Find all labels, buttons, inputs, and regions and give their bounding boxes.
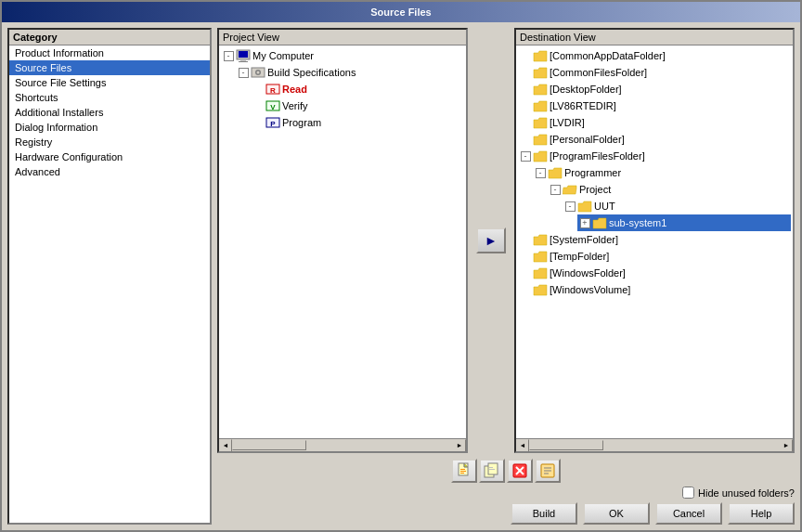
dest-tree-uut[interactable]: UUT <box>563 198 791 214</box>
hide-unused-checkbox[interactable] <box>682 487 694 499</box>
folder-open-icon-project <box>563 184 577 196</box>
sidebar-item-hardware-configuration[interactable]: Hardware Configuration <box>9 149 210 164</box>
tree-label-my-computer: My Computer <box>252 50 314 61</box>
dest-tree-lv86rtedir[interactable]: [LV86RTEDIR] <box>518 97 791 114</box>
dest-label-temp: [TempFolder] <box>550 251 609 262</box>
expand-build-specs[interactable] <box>236 65 251 80</box>
main-content: Project View My Computer <box>217 28 795 525</box>
svg-text:R: R <box>270 86 276 95</box>
dest-hscroll-right-btn[interactable]: ► <box>780 439 793 452</box>
build-button[interactable]: Build <box>511 502 577 525</box>
arrow-panel: ► <box>468 28 514 453</box>
destination-view-header: Destination View <box>516 30 793 45</box>
dest-label-lv86rtedir: [LV86RTEDIR] <box>550 100 616 111</box>
dest-tree-common-files[interactable]: [CommonFilesFolder] <box>518 64 791 81</box>
sidebar-item-dialog-information[interactable]: Dialog Information <box>9 120 210 135</box>
edit-button[interactable] <box>535 459 561 483</box>
dest-tree-desktop[interactable]: [DesktopFolder] <box>518 81 791 97</box>
panels-row: Project View My Computer <box>217 28 795 453</box>
sidebar-item-product-info[interactable]: Product Information <box>9 45 210 60</box>
folder-icon-programmer <box>548 167 563 179</box>
dest-label-programmer: Programmer <box>564 167 621 178</box>
svg-text:V: V <box>270 103 276 111</box>
bottom-controls: Hide unused folders? Build OK Cancel Hel… <box>217 459 795 525</box>
dest-hscroll-thumb[interactable] <box>529 440 603 450</box>
dest-label-windowsvol: [WindowsVolume] <box>550 284 630 295</box>
new-file-button[interactable] <box>451 459 477 483</box>
expand-common-files <box>518 65 533 80</box>
expand-programmer[interactable] <box>533 165 548 180</box>
tree-label-program: Program <box>282 117 321 128</box>
expand-system <box>518 232 533 247</box>
expand-program <box>251 115 265 130</box>
tree-item-my-computer[interactable]: My Computer <box>221 47 464 64</box>
ok-button[interactable]: OK <box>583 502 650 525</box>
expand-desktop <box>518 82 533 97</box>
expand-my-computer[interactable] <box>221 48 236 63</box>
sidebar-item-source-files[interactable]: Source Files <box>9 60 210 75</box>
dest-label-windows: [WindowsFolder] <box>550 267 626 279</box>
dest-tree-common-appdata[interactable]: [CommonAppDataFolder] <box>518 47 791 64</box>
dest-tree-windowsvol[interactable]: [WindowsVolume] <box>518 281 791 298</box>
cancel-button[interactable]: Cancel <box>655 502 722 525</box>
tree-item-program[interactable]: P Program <box>251 114 464 131</box>
sidebar-item-registry[interactable]: Registry <box>9 135 210 149</box>
folder-icon-windows <box>533 267 548 279</box>
dest-tree-temp[interactable]: [TempFolder] <box>518 248 791 265</box>
expand-project[interactable] <box>548 182 563 197</box>
icon-buttons-row <box>217 459 795 483</box>
expand-uut[interactable] <box>563 199 577 214</box>
tree-item-build-specs[interactable]: Build Specifications <box>236 64 464 81</box>
sidebar-item-shortcuts[interactable]: Shortcuts <box>9 90 210 105</box>
destination-view-body: [CommonAppDataFolder] [CommonFilesFolder… <box>516 45 793 438</box>
sidebar: Category Product Information Source File… <box>7 28 212 525</box>
dialog-title: Source Files <box>370 6 431 18</box>
sidebar-item-advanced[interactable]: Advanced <box>9 164 210 179</box>
project-view-panel: Project View My Computer <box>217 28 468 453</box>
project-view-header: Project View <box>219 30 466 45</box>
dest-tree-programmer[interactable]: Programmer <box>533 164 791 181</box>
dest-tree-lvdir[interactable]: [LVDIR] <box>518 114 791 131</box>
new-file-icon <box>456 462 472 479</box>
folder-icon-lv86rtedir <box>533 100 548 112</box>
sidebar-header: Category <box>9 30 210 45</box>
dest-tree-windows[interactable]: [WindowsFolder] <box>518 265 791 281</box>
sidebar-item-source-file-settings[interactable]: Source File Settings <box>9 75 210 90</box>
hscroll-left-btn[interactable]: ◄ <box>219 439 232 452</box>
hscroll-track[interactable] <box>232 439 453 451</box>
dest-label-desktop: [DesktopFolder] <box>550 84 622 95</box>
dest-tree-project[interactable]: Project <box>548 181 791 198</box>
tree-item-verify[interactable]: V Verify <box>251 97 464 114</box>
expand-temp <box>518 249 533 264</box>
dest-tree-personal[interactable]: [PersonalFolder] <box>518 131 791 148</box>
sidebar-item-additional-installers[interactable]: Additional Installers <box>9 105 210 120</box>
add-to-destination-button[interactable]: ► <box>476 227 506 253</box>
dest-hscroll-track[interactable] <box>529 439 780 451</box>
delete-icon <box>511 462 528 479</box>
program-icon: P <box>265 116 280 129</box>
expand-windowsvol <box>518 282 533 297</box>
content-area: Category Product Information Source File… <box>2 22 800 530</box>
dest-view-hscroll[interactable]: ◄ ► <box>516 438 793 451</box>
tree-item-read[interactable]: R Read <box>251 81 464 97</box>
hscroll-thumb[interactable] <box>232 440 306 450</box>
dest-label-personal: [PersonalFolder] <box>550 134 625 145</box>
dest-tree-programfiles[interactable]: [ProgramFilesFolder] <box>518 148 791 164</box>
folder-icon-programfiles <box>533 150 548 162</box>
tree-label-build-specs: Build Specifications <box>267 67 356 78</box>
project-view-hscroll[interactable]: ◄ ► <box>219 438 466 451</box>
expand-subsystem1[interactable] <box>577 215 592 230</box>
hscroll-right-btn[interactable]: ► <box>453 439 466 452</box>
dest-tree-system[interactable]: [SystemFolder] <box>518 231 791 248</box>
folder-icon-personal <box>533 134 548 146</box>
expand-programfiles[interactable] <box>518 149 533 163</box>
delete-button[interactable] <box>507 459 533 483</box>
svg-rect-23 <box>489 469 495 470</box>
destination-view-panel: Destination View [CommonAppDataFolder] <box>514 28 795 453</box>
help-button[interactable]: Help <box>728 502 795 525</box>
dest-tree-subsystem1[interactable]: sub-system1 <box>577 214 791 231</box>
action-buttons-row: Build OK Cancel Help <box>511 502 795 525</box>
copy-button[interactable] <box>479 459 505 483</box>
dest-hscroll-left-btn[interactable]: ◄ <box>516 439 529 452</box>
svg-point-6 <box>257 71 260 74</box>
